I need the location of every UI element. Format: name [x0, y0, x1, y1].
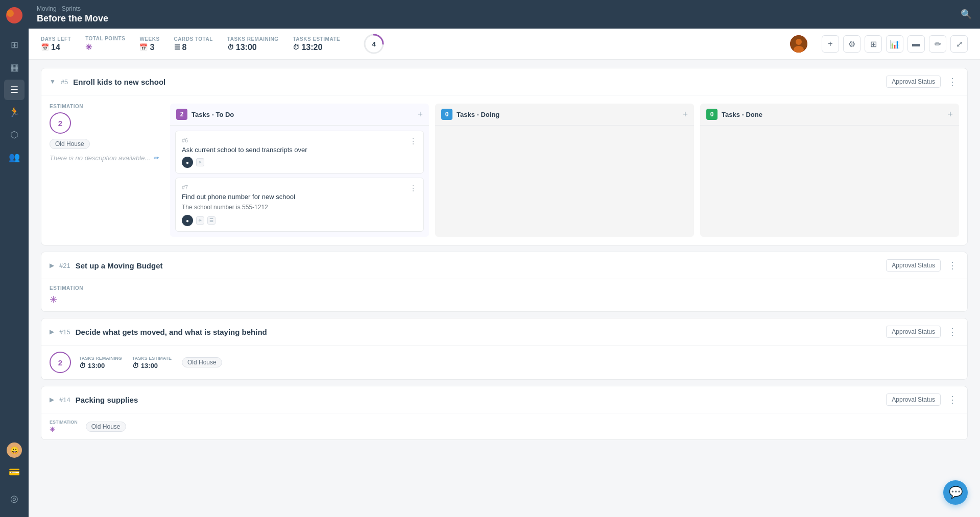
tasks-estimate-stat: TASKS ESTIMATE ⏱ 13:20 — [293, 36, 340, 52]
story-card-14: ▶ #14 Packing supplies Approval Status ⋮… — [41, 386, 968, 440]
clock-icon-15: ⏱ — [79, 362, 86, 370]
total-points-stat: TOTAL POINTS ✳ — [85, 36, 125, 52]
stats-bar: DAYS LEFT 📅 14 TOTAL POINTS ✳ WEEKS 📅 3 … — [29, 29, 980, 60]
sidebar-item-help[interactable]: ◎ — [4, 488, 25, 509]
done-col-title-5: Tasks - Done — [722, 111, 943, 118]
sidebar-item-sprints[interactable]: 🏃 — [4, 102, 25, 122]
search-icon[interactable]: 🔍 — [961, 9, 972, 20]
tasks-remaining-value: ⏱ 13:00 — [227, 43, 279, 52]
todo-task-list-5: #6 ⋮ Ask current school to send transcri… — [170, 126, 429, 237]
todo-count-5: 2 — [176, 109, 187, 120]
chart-button[interactable]: 📊 — [886, 35, 903, 53]
days-left-label: DAYS LEFT — [41, 36, 71, 42]
add-button[interactable]: + — [822, 35, 839, 53]
tag-badge-14[interactable]: Old House — [86, 422, 126, 432]
sidebar-item-dashboard[interactable]: ⊞ — [4, 35, 25, 55]
tasks-estimate-value-15: ⏱ 13:00 — [132, 362, 172, 370]
page-title: Before the Move — [37, 13, 108, 24]
approval-button-14[interactable]: Approval Status — [886, 393, 941, 406]
estimation-mini-14: ESTIMATION ✳ — [50, 420, 78, 433]
done-col-header-5: 0 Tasks - Done + — [700, 104, 959, 126]
story-info-5: ESTIMATION 2 Old House There is no descr… — [50, 104, 162, 237]
done-add-button-5[interactable]: + — [947, 109, 953, 120]
todo-col-header-5: 2 Tasks - To Do + — [170, 104, 429, 126]
done-column-5: 0 Tasks - Done + — [700, 104, 959, 237]
tasks-estimate-mini-15: TASKS ESTIMATE ⏱ 13:00 — [132, 356, 172, 370]
task-tag-7b: ☰ — [207, 216, 216, 225]
days-left-stat: DAYS LEFT 📅 14 — [41, 36, 71, 52]
asterisk-icon: ✳ — [85, 42, 92, 52]
story-toggle-15[interactable]: ▶ — [50, 328, 54, 335]
story-title-21: Set up a Moving Budget — [76, 261, 881, 270]
user-avatar[interactable] — [790, 35, 807, 53]
story-body-5: ESTIMATION 2 Old House There is no descr… — [41, 95, 967, 245]
doing-task-list-5 — [435, 126, 694, 136]
done-task-list-5 — [700, 126, 959, 136]
toolbar: + ⚙ ⊞ 📊 ▬ ✏ ⤢ — [822, 35, 968, 53]
sidebar-item-settings[interactable]: 👥 — [4, 147, 25, 167]
tag-badge-15[interactable]: Old House — [182, 357, 222, 367]
tasks-remaining-label: TASKS REMAINING — [227, 36, 279, 42]
task-more-6[interactable]: ⋮ — [409, 136, 417, 146]
estimation-icon-21: ✳ — [50, 294, 959, 305]
expand-button[interactable]: ⤢ — [950, 35, 968, 53]
task-num-6: #6 — [182, 137, 188, 143]
estimation-circle-5: 2 — [50, 112, 71, 134]
task-num-7: #7 — [182, 184, 188, 190]
edit-button[interactable]: ✏ — [929, 35, 946, 53]
main-area: Moving · Sprints Before the Move 🔍 DAYS … — [29, 0, 980, 517]
board-view-button[interactable]: ⊞ — [865, 35, 882, 53]
story-card-21: ▶ #21 Set up a Moving Budget Approval St… — [41, 252, 968, 312]
sidebar-item-card[interactable]: 💳 — [4, 462, 25, 482]
story-toggle-14[interactable]: ▶ — [50, 396, 54, 403]
clock-icon-15b: ⏱ — [132, 362, 139, 370]
tasks-remaining-value-15: ⏱ 13:00 — [79, 362, 122, 370]
approval-button-5[interactable]: Approval Status — [886, 76, 941, 88]
estimate-clock-icon: ⏱ — [293, 43, 299, 51]
progress-value: 4 — [372, 40, 376, 48]
task-card-header-6: #6 ⋮ — [182, 136, 417, 146]
weeks-value: 📅 3 — [139, 43, 159, 52]
tasks-remaining-mini-15: TASKS REMAINING ⏱ 13:00 — [79, 356, 122, 370]
doing-add-button-5[interactable]: + — [682, 109, 688, 120]
estimation-label-5: ESTIMATION — [50, 104, 162, 109]
tag-badge-5[interactable]: Old House — [50, 139, 90, 149]
sidebar-item-data[interactable]: ⬡ — [4, 125, 25, 145]
todo-add-button-5[interactable]: + — [417, 109, 423, 120]
story-menu-5[interactable]: ⋮ — [946, 76, 959, 87]
story-number-21: #21 — [59, 262, 70, 269]
calendar-icon: 📅 — [41, 43, 49, 51]
doing-col-title-5: Tasks - Doing — [457, 111, 678, 118]
edit-desc-icon-5[interactable]: ✏ — [153, 154, 159, 162]
story-title-14: Packing supplies — [76, 396, 881, 404]
list-view-button[interactable]: ▬ — [907, 35, 925, 53]
task-columns-5: 2 Tasks - To Do + #6 ⋮ Ask current schoo… — [170, 104, 959, 237]
story-menu-14[interactable]: ⋮ — [946, 394, 959, 405]
approval-button-15[interactable]: Approval Status — [886, 326, 941, 338]
user-avatar-bottom[interactable]: 😀 — [7, 442, 22, 458]
days-left-value: 📅 14 — [41, 43, 71, 52]
story-collapsed-body-15: 2 TASKS REMAINING ⏱ 13:00 TASKS ESTIMATE… — [41, 346, 967, 379]
story-number-14: #14 — [59, 396, 70, 404]
task-title-7: Find out phone number for new school — [182, 193, 417, 201]
chat-button[interactable]: 💬 — [943, 480, 968, 505]
tasks-estimate-value: ⏱ 13:20 — [293, 43, 340, 52]
task-card-header-7: #7 ⋮ — [182, 183, 417, 193]
sidebar-item-list[interactable]: ☰ — [4, 80, 25, 100]
story-toggle-5[interactable]: ▼ — [50, 78, 56, 85]
story-menu-21[interactable]: ⋮ — [946, 260, 959, 271]
story-number-15: #15 — [59, 328, 70, 336]
story-header-14: ▶ #14 Packing supplies Approval Status ⋮ — [41, 386, 967, 413]
story-toggle-21[interactable]: ▶ — [50, 262, 54, 269]
app-logo[interactable] — [5, 6, 23, 24]
settings-button[interactable]: ⚙ — [843, 35, 861, 53]
no-description-5: There is no description available... ✏ — [50, 154, 162, 162]
task-more-7[interactable]: ⋮ — [409, 183, 417, 193]
progress-circle: 4 — [363, 33, 385, 55]
navbar: Moving · Sprints Before the Move 🔍 — [29, 0, 980, 29]
story-card-15: ▶ #15 Decide what gets moved, and what i… — [41, 318, 968, 380]
sidebar-item-boards[interactable]: ▦ — [4, 57, 25, 78]
svg-point-5 — [796, 39, 802, 45]
story-menu-15[interactable]: ⋮ — [946, 326, 959, 337]
approval-button-21[interactable]: Approval Status — [886, 259, 941, 272]
